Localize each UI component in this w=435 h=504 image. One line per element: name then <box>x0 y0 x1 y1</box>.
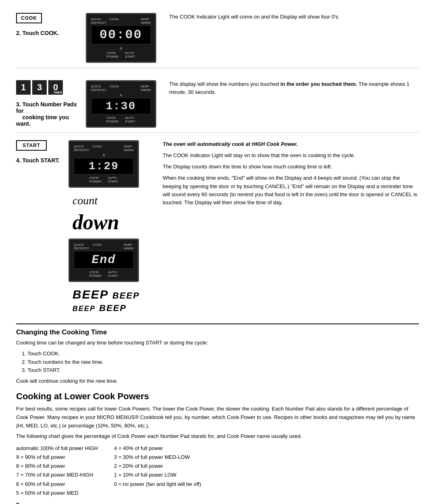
step-2-left: 1 3 0TIMER 3. Touch Number Pads for cook… <box>16 80 81 127</box>
mw-top-labels-end: QUICKDEFROST COOK KEEPWARM <box>74 243 134 250</box>
top-section: COOK 2. Touch COOK. QUICKDEFROST COOK KE… <box>16 8 419 318</box>
lower-power-section: Cooking at Lower Cook Powers For best re… <box>16 391 419 498</box>
cook-label-top: COOK <box>110 17 119 25</box>
quick-defrost-label-end: QUICKDEFROST <box>74 243 89 250</box>
display-digits-1: 00:00 <box>91 25 151 44</box>
countdown-text: countdown <box>72 195 119 233</box>
step-1-label: 2. Touch COOK. <box>16 30 59 36</box>
step-1-left: COOK 2. Touch COOK. <box>16 13 81 36</box>
beep-1: BEEP <box>72 288 109 301</box>
power-right-3: 1 = 10% of full power LOW <box>114 471 201 479</box>
keep-warm-label: KEEPWARM <box>141 17 151 25</box>
mw-top-labels-2: QUICKDEFROST COOK KEEPWARM <box>91 85 151 92</box>
step-2-label: 3. Touch Number Pads for cooking time yo… <box>16 101 81 127</box>
step-2-row: 1 3 0TIMER 3. Touch Number Pads for cook… <box>16 75 419 133</box>
mw-arrow-2: ∧ <box>91 93 151 97</box>
mw-arrow-3: ∧ <box>74 153 134 157</box>
step-1-text: 2. Touch COOK. <box>16 30 59 36</box>
power-right-0: 4 = 40% of full power <box>114 444 201 453</box>
mw-top-left-end: QUICKDEFROST COOK <box>74 243 102 250</box>
step-3-displays: QUICKDEFROST COOK KEEPWARM ∧ 1:29 COOKPO… <box>68 140 157 314</box>
cook-power-label-end: COOKPOWER <box>89 270 102 278</box>
mw-display-2: QUICKDEFROST COOK KEEPWARM ∧ 1:30 COOKPO… <box>86 80 156 128</box>
mw-display-3: QUICKDEFROST COOK KEEPWARM ∧ 1:29 COOKPO… <box>68 140 139 188</box>
display-digits-2: 1:30 <box>91 98 151 114</box>
step-3-row: START 4. Touch START. QUICKDEFROST COOK … <box>16 140 419 318</box>
mw-arrow-1: ∧ <box>91 46 151 50</box>
power-right-col: 4 = 40% of full power 3 = 30% of full po… <box>114 444 201 498</box>
cook-label-top-end: COOK <box>92 243 102 250</box>
section-divider-1 <box>16 324 419 324</box>
mw-top-labels-1: QUICKDEFROST COOK KEEPWARM <box>91 17 151 25</box>
power-left-0: automatic 100% of full power HIGH <box>16 444 98 453</box>
mw-bottom-end: COOKPOWER AUTOSTART <box>74 270 134 278</box>
mw-bottom-2: COOKPOWER AUTOSTART <box>91 116 151 123</box>
power-left-5: 5 = 50% of full power MED <box>16 489 98 498</box>
beep-4: BEEP <box>99 303 126 313</box>
step-3-left: START 4. Touch START. <box>16 140 68 164</box>
power-right-4: 0 = no power (fan and light will be off) <box>114 480 201 489</box>
mw-display-end: QUICKDEFROST COOK KEEPWARM End COOKPOWER… <box>68 239 139 282</box>
mw-top-left-3: QUICKDEFROST COOK <box>74 145 102 152</box>
mw-bottom-3: COOKPOWER AUTOSTART <box>74 176 134 183</box>
power-left-4: 6 = 60% of full power <box>16 480 98 489</box>
step-2-display: QUICKDEFROST COOK KEEPWARM ∧ 1:30 COOKPO… <box>81 80 161 128</box>
changing-steps: 1. Touch COOK. 2. Touch numbers for the … <box>16 350 419 375</box>
mw-top-labels-3: QUICKDEFROST COOK KEEPWARM <box>74 145 134 152</box>
auto-start-label-2: AUTOSTART <box>125 116 135 123</box>
cook-power-label: COOKPOWER <box>106 51 118 58</box>
power-left-3: 7 = 70% of full power MED-HIGH <box>16 471 98 479</box>
mw-bottom-1: COOKPOWER AUTOSTART <box>91 51 151 58</box>
step-3-label: 4. Touch START. <box>16 157 60 164</box>
step-1-desc: The COOK Indicator Light will come on an… <box>169 13 419 21</box>
mw-top-left-2: QUICKDEFROST COOK <box>91 85 119 92</box>
keep-warm-label-3: KEEPWARM <box>124 145 134 152</box>
changing-step-2: 2. Touch numbers for the new time. <box>22 358 419 367</box>
cook-power-label-2: COOKPOWER <box>106 116 118 123</box>
keep-warm-label-end: KEEPWARM <box>124 243 134 250</box>
quick-defrost-label: QUICKDEFROST <box>91 17 106 25</box>
changing-step-1: 1. Touch COOK. <box>22 350 419 358</box>
beep-text: BEEP BEEP BEEP BEEP <box>72 288 157 314</box>
cook-label-top-2: COOK <box>110 85 119 92</box>
keep-warm-label-2: KEEPWARM <box>141 85 151 92</box>
auto-start-label-end: AUTOSTART <box>108 270 118 278</box>
num-pads: 1 3 0TIMER <box>16 80 63 95</box>
power-right-2: 2 = 20% of full power <box>114 462 201 471</box>
mw-display-1: QUICKDEFROST COOK KEEPWARM 00:00 ∧ COOKP… <box>86 13 156 63</box>
display-end: End <box>74 251 134 269</box>
auto-start-label-3: AUTOSTART <box>108 176 118 183</box>
power-left-1: 9 = 90% of full power <box>16 453 98 462</box>
lower-power-title: Cooking at Lower Cook Powers <box>16 391 419 402</box>
auto-start-label: AUTOSTART <box>125 51 135 58</box>
beep-3: BEEP <box>72 305 95 313</box>
quick-defrost-label-3: QUICKDEFROST <box>74 145 89 152</box>
display-digits-3: 1:29 <box>74 158 134 174</box>
step-2-text: 3. Touch Number Pads for cooking time yo… <box>16 101 77 127</box>
page-number: 8 <box>16 502 419 504</box>
power-left-2: 8 = 80% of full power <box>16 462 98 471</box>
num-pad-0: 0TIMER <box>48 80 63 95</box>
lower-power-intro: For best results, some recipes call for … <box>16 405 419 430</box>
changing-outro: Cook will continue cooking for the new t… <box>16 377 419 386</box>
chart-intro: The following chart gives the percentage… <box>16 432 419 441</box>
step-1-row: COOK 2. Touch COOK. QUICKDEFROST COOK KE… <box>16 8 419 68</box>
power-right-1: 3 = 30% of full power MED-LOW <box>114 453 201 462</box>
step-2-desc: The display will show the numbers you to… <box>169 80 419 96</box>
step-3-text: 4. Touch START. <box>16 157 60 164</box>
step-1-display: QUICKDEFROST COOK KEEPWARM 00:00 ∧ COOKP… <box>81 13 161 63</box>
quick-defrost-label-2: QUICKDEFROST <box>91 85 106 92</box>
changing-title: Changing the Cooking Time <box>16 328 419 336</box>
step-3-desc: The oven will automatically cook at HIGH… <box>163 140 419 207</box>
num-pad-3: 3 <box>32 80 47 95</box>
beep-2: BEEP <box>112 290 140 301</box>
cook-button-label: COOK <box>16 13 42 23</box>
changing-section: Changing the Cooking Time Cooking time c… <box>16 328 419 386</box>
num-pad-1: 1 <box>16 80 31 95</box>
mw-top-left-1: QUICKDEFROST COOK <box>91 17 119 25</box>
power-chart: automatic 100% of full power HIGH 9 = 90… <box>16 444 419 498</box>
changing-step-3: 3. Touch START. <box>22 366 419 375</box>
power-left-col: automatic 100% of full power HIGH 9 = 90… <box>16 444 98 498</box>
cook-label-top-3: COOK <box>92 145 102 152</box>
cook-power-label-3: COOKPOWER <box>89 176 102 183</box>
